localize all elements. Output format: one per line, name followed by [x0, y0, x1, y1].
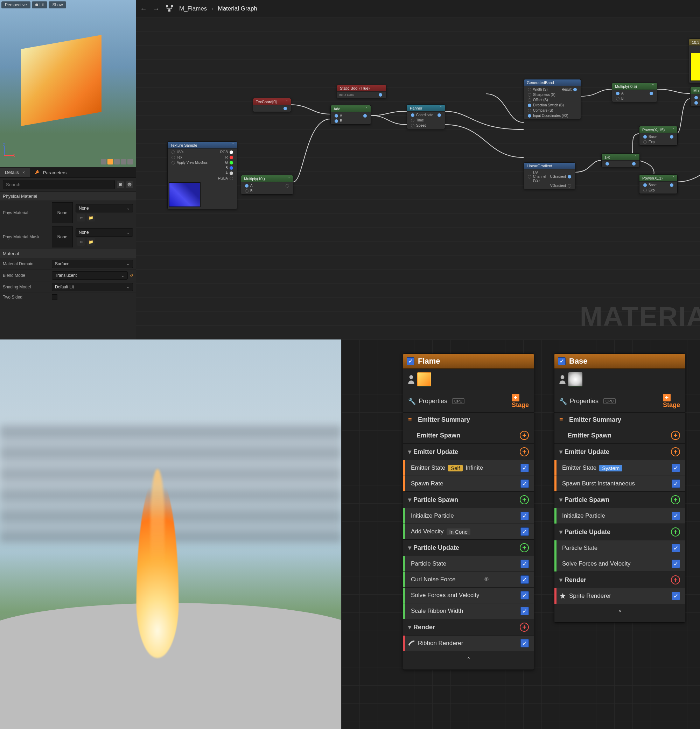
viewport-show-button[interactable]: Show [49, 1, 66, 9]
view-options-button[interactable]: ⊞ [117, 181, 124, 188]
node-multiply-10[interactable]: Multiply(10,)˅ A B [241, 175, 293, 195]
module-particle-state[interactable]: Particle State ✓ [555, 540, 685, 556]
section-emitter-summary[interactable]: ≡Emitter Summary [555, 412, 685, 427]
add-module-button[interactable]: + [671, 575, 680, 584]
add-stage-button[interactable]: + [663, 394, 671, 401]
node-texture-sample[interactable]: Texture Sample˄ UVsRGB TexR Apply View M… [167, 141, 237, 209]
module-scale-ribbon[interactable]: Scale Ribbon Width ✓ [403, 603, 534, 619]
module-initialize-particle[interactable]: Initialize Particle ✓ [403, 508, 534, 524]
crumb-asset[interactable]: M_Flames [179, 5, 207, 12]
tab-details[interactable]: Details× [0, 168, 30, 177]
module-emitter-state[interactable]: Emitter State Self Infinite ✓ [403, 460, 534, 476]
module-add-velocity[interactable]: Add Velocity In Cone ✓ [403, 524, 534, 539]
add-module-button[interactable]: + [671, 527, 680, 536]
module-spawn-rate[interactable]: Spawn Rate ✓ [403, 476, 534, 491]
module-solve-forces[interactable]: Solve Forces and Velocity ✓ [403, 587, 534, 603]
phys-material-mask-dropdown[interactable]: None [76, 228, 133, 237]
material-domain-dropdown[interactable]: Surface [52, 260, 133, 268]
nav-forward-button[interactable]: → [152, 5, 160, 13]
emitter-flame[interactable]: ✓ Flame 🔧 Properties CPU +Stage ≡Emitter… [403, 353, 534, 670]
settings-button[interactable] [126, 181, 133, 188]
module-checkbox[interactable]: ✓ [672, 512, 680, 520]
blend-mode-dropdown[interactable]: Translucent [52, 271, 128, 280]
module-checkbox[interactable]: ✓ [672, 544, 680, 552]
emitter-base[interactable]: ✓ Base 🔧 Properties CPU +Stage ≡Emitter … [554, 353, 685, 623]
module-particle-state[interactable]: Particle State ✓ [403, 556, 534, 572]
emitter-thumbnail[interactable] [568, 372, 582, 386]
section-emitter-spawn[interactable]: Emitter Spawn + [555, 427, 685, 443]
color-swatch[interactable] [691, 53, 700, 81]
node-one-minus[interactable]: 1-x˅ [601, 153, 640, 167]
module-checkbox[interactable]: ✓ [672, 464, 680, 472]
asset-thumb-slot[interactable]: None [52, 202, 73, 223]
texture-thumbnail[interactable] [169, 182, 200, 207]
module-checkbox[interactable]: ✓ [520, 479, 529, 488]
emitter-thumbnail[interactable] [417, 372, 431, 386]
node-static-bool[interactable]: Static Bool (True) Input Data [337, 85, 386, 98]
browse-button[interactable]: 📁 [87, 214, 95, 222]
module-sprite-renderer[interactable]: Sprite Renderer ✓ [555, 588, 685, 604]
expand-button[interactable]: ˄ [555, 604, 685, 622]
add-module-button[interactable]: + [520, 431, 529, 440]
node-constant-color[interactable]: 10,3,0,1˄ [689, 39, 700, 83]
module-emitter-state[interactable]: Emitter State System ✓ [555, 460, 685, 476]
node-power-15[interactable]: Power(X,.15)˅ Base Exp [639, 126, 678, 145]
module-spawn-burst[interactable]: Spawn Burst Instantaneous ✓ [555, 476, 685, 491]
module-checkbox[interactable]: ✓ [520, 527, 529, 536]
node-multiply-05[interactable]: Multiply(,0.5)˅ A B [612, 83, 657, 102]
crumb-graph[interactable]: Material Graph [218, 5, 257, 12]
module-initialize-particle[interactable]: Initialize Particle ✓ [555, 508, 685, 524]
add-module-button[interactable]: + [671, 495, 680, 504]
two-sided-checkbox[interactable] [52, 294, 57, 300]
shape-sphere-button[interactable] [107, 159, 113, 164]
reset-icon[interactable]: ↺ [130, 273, 133, 278]
add-module-button[interactable]: + [520, 543, 529, 552]
shape-cylinder-button[interactable] [101, 159, 106, 164]
shading-model-dropdown[interactable]: Default Lit [52, 283, 133, 291]
scene-viewport[interactable] [0, 340, 341, 729]
node-multiply[interactable]: Multiply˅ A B [690, 87, 700, 106]
emitter-properties-row[interactable]: 🔧 Properties CPU +Stage [403, 390, 534, 412]
nav-back-button[interactable]: ← [140, 5, 147, 13]
add-module-button[interactable]: + [520, 495, 529, 504]
viewport-lit-button[interactable]: Lit [32, 1, 48, 9]
section-emitter-update[interactable]: ▾Emitter Update + [555, 443, 685, 460]
shape-cube-button[interactable] [121, 159, 126, 164]
module-checkbox[interactable]: ✓ [672, 592, 680, 600]
section-particle-spawn[interactable]: ▾Particle Spawn + [555, 491, 685, 508]
module-checkbox[interactable]: ✓ [520, 639, 529, 648]
enable-checkbox[interactable]: ✓ [558, 357, 566, 365]
module-solve-forces[interactable]: Solve Forces and Velocity ✓ [555, 556, 685, 572]
node-power-1[interactable]: Power(X,.1)˅ Base Exp [639, 174, 678, 194]
browse-button[interactable]: 📁 [87, 238, 95, 246]
node-texcoord[interactable]: TexCoord[0]˅ [253, 98, 291, 112]
enable-checkbox[interactable]: ✓ [407, 357, 414, 365]
use-selected-button[interactable]: ⇦ [77, 238, 85, 246]
section-particle-update[interactable]: ▾Particle Update + [403, 539, 534, 556]
section-particle-spawn[interactable]: ▾Particle Spawn + [403, 491, 534, 508]
module-checkbox[interactable]: ✓ [672, 560, 680, 568]
module-checkbox[interactable]: ✓ [520, 591, 529, 600]
node-add-1[interactable]: Add˅ A B [330, 105, 371, 125]
category-material[interactable]: Material [0, 249, 136, 258]
add-module-button[interactable]: + [520, 447, 529, 456]
close-icon[interactable]: × [22, 170, 25, 175]
node-panner[interactable]: Panner˅ Coordinate Time Speed [407, 104, 445, 129]
section-render[interactable]: ▾Render + [403, 619, 534, 635]
module-checkbox[interactable]: ✓ [520, 512, 529, 520]
add-module-button[interactable]: + [671, 447, 680, 456]
module-curl-noise[interactable]: Curl Noise Force 👁 ✓ [403, 572, 534, 587]
node-linear-gradient[interactable]: LinearGradient UV Channel (V2)UGradient … [524, 163, 575, 189]
emitter-properties-row[interactable]: 🔧 Properties CPU +Stage [555, 390, 685, 412]
node-generated-band[interactable]: GeneratedBand Width (S)Result Sharpness … [524, 79, 581, 119]
section-emitter-summary[interactable]: ≡Emitter Summary [403, 412, 534, 427]
section-particle-update[interactable]: ▾Particle Update + [555, 524, 685, 540]
material-viewport[interactable]: Perspective Lit Show Z X [0, 0, 136, 167]
asset-thumb-slot[interactable]: None [52, 227, 73, 247]
visibility-icon[interactable]: 👁 [484, 576, 489, 583]
module-checkbox[interactable]: ✓ [520, 575, 529, 584]
phys-material-dropdown[interactable]: None [76, 204, 133, 212]
viewport-perspective-button[interactable]: Perspective [1, 1, 30, 9]
niagara-canvas[interactable]: ✓ Flame 🔧 Properties CPU +Stage ≡Emitter… [341, 340, 700, 729]
chevron-down-icon[interactable]: ▾ [408, 448, 411, 456]
